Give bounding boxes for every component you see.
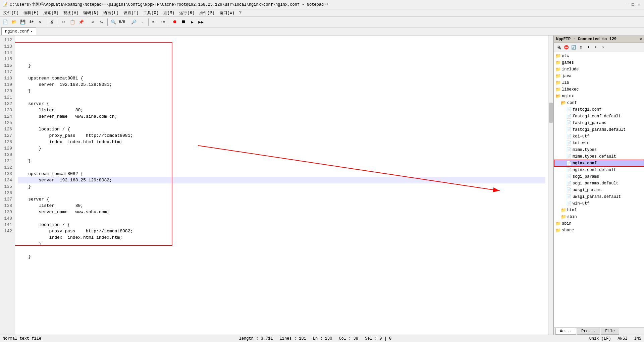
minimize-button[interactable]: — xyxy=(625,2,629,7)
bottom-tab-ac[interactable]: Ac... xyxy=(555,328,576,335)
bottom-tab-pro[interactable]: Pro... xyxy=(577,328,600,335)
save-button[interactable]: 💾 xyxy=(19,18,27,26)
line-number: 121 xyxy=(3,94,12,101)
code-line: } xyxy=(18,62,545,69)
tree-item-label: scgi_params.default xyxy=(573,181,619,186)
tree-item-uwsgi_params-default[interactable]: 📄uwsgi_params.default xyxy=(554,193,644,200)
tree-item-mime-types[interactable]: 📄mime.types xyxy=(554,147,644,153)
nppftp-connect[interactable]: 🔌 xyxy=(555,44,562,51)
code-line xyxy=(18,120,545,126)
nppftp-download[interactable]: ⬇ xyxy=(592,44,599,51)
folder-icon: 📁 xyxy=(555,80,561,86)
stop-button[interactable]: ⏹ xyxy=(179,18,187,26)
tree-item-mime-types-default[interactable]: 📄mime.types.default xyxy=(554,153,644,160)
cut-button[interactable]: ✂ xyxy=(60,18,68,26)
code-content[interactable]: } upstream tomcat8081 { server 192.168.2… xyxy=(15,36,548,335)
play-multi-button[interactable]: ▶▶ xyxy=(197,18,205,26)
file-tree[interactable]: 📁etc📁games📁include📁java📁lib📁libexec📂ngin… xyxy=(554,52,644,327)
editor[interactable]: 1121131141151161171181191201211221231241… xyxy=(0,36,553,335)
menu-help[interactable]: ? xyxy=(237,10,244,16)
tree-item-fastcgi_params[interactable]: 📄fastcgi_params xyxy=(554,120,644,126)
indent-button[interactable]: ≡→ xyxy=(150,18,158,26)
status-bar: Normal text file length : 3,711 lines : … xyxy=(0,335,644,342)
menu-view[interactable]: 视图(V) xyxy=(61,9,81,16)
close-button[interactable]: ✕ xyxy=(637,2,641,7)
tree-item-label: games xyxy=(562,60,574,65)
code-line xyxy=(18,190,545,196)
tree-item-fastcgi-conf-default[interactable]: 📄fastcgi.conf.default xyxy=(554,113,644,120)
tab-nginx-conf[interactable]: nginx.conf ✕ xyxy=(1,27,36,35)
tree-item-java[interactable]: 📁java xyxy=(554,73,644,79)
separator-2 xyxy=(58,18,58,26)
tree-item-lib[interactable]: 📁lib xyxy=(554,79,644,86)
tree-item-nginx-conf-default[interactable]: 📄nginx.conf.default xyxy=(554,167,644,173)
menu-encode[interactable]: 编码(N) xyxy=(81,9,101,16)
record-button[interactable]: ⏺ xyxy=(171,18,179,26)
save-all-button[interactable]: S+ xyxy=(28,18,36,26)
tree-item-nginx[interactable]: 📂nginx xyxy=(554,93,644,100)
nppftp-refresh[interactable]: 🔄 xyxy=(570,44,577,51)
nppftp-abort[interactable]: ✕ xyxy=(600,44,606,51)
menu-window[interactable]: 窗口(W) xyxy=(217,9,237,16)
menu-edit[interactable]: 编辑(E) xyxy=(21,9,41,16)
tree-item-scgi_params[interactable]: 📄scgi_params xyxy=(554,173,644,180)
status-lines: lines : 181 xyxy=(280,336,306,341)
tree-item-uwsgi_params[interactable]: 📄uwsgi_params xyxy=(554,187,644,193)
menu-plugins[interactable]: 插件(P) xyxy=(197,9,217,16)
close-button[interactable]: ✕ xyxy=(36,18,44,26)
bottom-tab-file[interactable]: File xyxy=(601,328,619,335)
nppftp-disconnect[interactable]: ⛔ xyxy=(563,44,570,51)
copy-button[interactable]: 📋 xyxy=(68,18,76,26)
new-button[interactable]: 📄 xyxy=(1,18,9,26)
file-icon: 📄 xyxy=(566,161,572,166)
line-number: 130 xyxy=(3,152,12,158)
tree-item-win-utf[interactable]: 📄win-utf xyxy=(554,200,644,207)
tree-item-share[interactable]: 📁share xyxy=(554,227,644,234)
undo-button[interactable]: ↩ xyxy=(89,18,97,26)
tree-item-koi-win[interactable]: 📄koi-win xyxy=(554,140,644,147)
tree-item-fastcgi_params-default[interactable]: 📄fastcgi_params.default xyxy=(554,126,644,133)
tree-item-label: conf xyxy=(567,101,577,105)
menu-macro[interactable]: 宏(M) xyxy=(161,9,177,16)
tree-item-label: java xyxy=(562,74,572,78)
tree-item-koi-utf[interactable]: 📄koi-utf xyxy=(554,133,644,140)
maximize-button[interactable]: □ xyxy=(631,2,635,7)
menu-run[interactable]: 运行(R) xyxy=(177,9,197,16)
tree-item-conf[interactable]: 📂conf xyxy=(554,100,644,106)
find-button[interactable]: 🔍 xyxy=(109,18,117,26)
zoom-in-button[interactable]: 🔎 xyxy=(130,18,138,26)
zoom-out-button[interactable]: － xyxy=(139,18,147,26)
nppftp-settings[interactable]: ⚙ xyxy=(578,44,584,51)
tree-item-fastcgi-conf[interactable]: 📄fastcgi.conf xyxy=(554,106,644,113)
tree-item-etc[interactable]: 📁etc xyxy=(554,53,644,59)
print-button[interactable]: 🖨 xyxy=(48,18,56,26)
tree-item-libexec[interactable]: 📁libexec xyxy=(554,86,644,93)
play-button[interactable]: ▶ xyxy=(188,18,196,26)
tree-item-scgi_params-default[interactable]: 📄scgi_params.default xyxy=(554,180,644,187)
tree-item-sbin[interactable]: 📁sbin xyxy=(554,220,644,227)
menu-tools[interactable]: 工具(O) xyxy=(141,9,161,16)
status-eol: Unix (LF) xyxy=(589,336,611,341)
redo-button[interactable]: ↪ xyxy=(98,18,106,26)
tree-item-include[interactable]: 📁include xyxy=(554,66,644,73)
scroll-thumb[interactable] xyxy=(549,103,553,123)
tree-item-games[interactable]: 📁games xyxy=(554,59,644,66)
unindent-button[interactable]: ←≡ xyxy=(159,18,167,26)
nppftp-upload[interactable]: ⬆ xyxy=(585,44,592,51)
tree-item-sbin[interactable]: 📁sbin xyxy=(554,214,644,220)
tree-item-label: fastcgi_params xyxy=(573,121,606,125)
line-number: 120 xyxy=(3,88,12,94)
nppftp-close[interactable]: ✕ xyxy=(640,37,642,42)
menu-file[interactable]: 文件(F) xyxy=(1,9,21,16)
tree-item-html[interactable]: 📁html xyxy=(554,207,644,214)
paste-button[interactable]: 📌 xyxy=(77,18,85,26)
replace-button[interactable]: R/R xyxy=(118,18,126,26)
menu-search[interactable]: 搜索(S) xyxy=(41,9,61,16)
menu-settings[interactable]: 设置(T) xyxy=(121,9,141,16)
tab-close-button[interactable]: ✕ xyxy=(31,30,33,34)
open-button[interactable]: 📂 xyxy=(10,18,18,26)
vertical-scrollbar[interactable] xyxy=(548,36,553,335)
nppftp-title: NppFTP - Connected to 129 xyxy=(556,37,616,42)
menu-language[interactable]: 语言(L) xyxy=(101,9,121,16)
tree-item-nginx-conf[interactable]: 📄nginx.conf xyxy=(554,160,644,167)
